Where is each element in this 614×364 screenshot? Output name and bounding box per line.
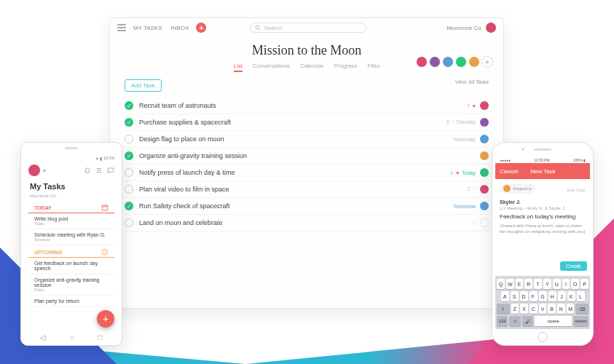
- check-icon[interactable]: [125, 101, 133, 110]
- check-icon[interactable]: [125, 151, 133, 160]
- assignee-pill[interactable]: Assigned to: [500, 183, 535, 194]
- due-date-field[interactable]: Due Date: [567, 188, 586, 192]
- home-button[interactable]: [538, 332, 548, 342]
- member-avatar[interactable]: [416, 56, 428, 68]
- back-icon[interactable]: ◁: [40, 333, 46, 341]
- nav-my-tasks[interactable]: MY TASKS: [133, 25, 162, 31]
- task-row[interactable]: Land on moon and celebrate♡: [125, 215, 489, 232]
- key[interactable]: F: [530, 291, 538, 301]
- key[interactable]: I: [562, 279, 570, 289]
- key[interactable]: R: [524, 279, 532, 289]
- key[interactable]: O: [571, 279, 579, 289]
- list-item[interactable]: Schedule meeting with Ryan G.Tomorrow: [28, 229, 114, 245]
- tab-files[interactable]: Files: [368, 63, 380, 72]
- emoji-key[interactable]: ☺: [509, 316, 520, 326]
- task-row[interactable]: Notify press of launch day & time6 ♥ Tod…: [125, 165, 489, 181]
- assignee-avatar[interactable]: [480, 118, 489, 127]
- keyboard[interactable]: QWERTYUIOP ASDFGHJKL ⇧ZXCVBNM⌫ 123 ☺ 🎤 s…: [495, 276, 590, 329]
- task-row[interactable]: Plan viral video to film in space2 ♡: [125, 181, 489, 198]
- key[interactable]: M: [567, 304, 575, 314]
- tab-conversations[interactable]: Conversations: [253, 63, 290, 72]
- nav-inbox[interactable]: INBOX: [171, 25, 189, 31]
- member-avatar[interactable]: [468, 56, 480, 68]
- task-note-input[interactable]: Chatted with Kiana at lunch, want to sha…: [500, 223, 586, 235]
- cancel-button[interactable]: Cancel: [500, 168, 518, 175]
- key[interactable]: B: [548, 304, 556, 314]
- check-icon[interactable]: [125, 135, 133, 143]
- key[interactable]: H: [548, 291, 556, 301]
- shift-key[interactable]: ⇧: [497, 304, 510, 314]
- backspace-key[interactable]: ⌫: [575, 304, 589, 314]
- add-member-button[interactable]: +: [481, 56, 493, 68]
- assignee-avatar[interactable]: [480, 101, 489, 110]
- key[interactable]: W: [506, 279, 514, 289]
- task-row[interactable]: Recruit team of astronauts7 ♥: [125, 98, 489, 114]
- recents-icon[interactable]: □: [98, 333, 103, 341]
- key[interactable]: K: [567, 291, 575, 301]
- add-task-button[interactable]: Add Task: [125, 79, 162, 92]
- menu-icon[interactable]: [117, 24, 126, 31]
- key[interactable]: T: [534, 279, 542, 289]
- assignee-avatar[interactable]: [480, 202, 489, 210]
- task-row[interactable]: Design flag to place on moonYesterday: [125, 131, 489, 148]
- view-selector[interactable]: View: All Tasks: [455, 79, 489, 92]
- key[interactable]: J: [558, 291, 566, 301]
- key[interactable]: Z: [511, 304, 519, 314]
- task-title-input[interactable]: Feedback on today's meeting: [500, 213, 586, 220]
- key[interactable]: X: [520, 304, 528, 314]
- return-key[interactable]: return: [573, 316, 589, 326]
- bell-icon[interactable]: [84, 167, 91, 174]
- list-item[interactable]: Plan party for return: [28, 296, 114, 307]
- create-button[interactable]: Create: [560, 261, 587, 271]
- key[interactable]: S: [511, 291, 519, 301]
- member-avatar[interactable]: [429, 56, 441, 68]
- avatar[interactable]: [28, 165, 40, 176]
- key[interactable]: D: [520, 291, 528, 301]
- check-icon[interactable]: [125, 168, 133, 177]
- check-icon[interactable]: [125, 118, 133, 127]
- check-icon[interactable]: [125, 202, 133, 210]
- task-row[interactable]: Run Safety check of spacecraftTomorrow: [125, 198, 489, 215]
- member-avatar[interactable]: [455, 56, 467, 68]
- assignee-avatar[interactable]: [480, 185, 489, 194]
- key[interactable]: G: [539, 291, 547, 301]
- assignee-avatar[interactable]: [480, 135, 489, 143]
- key[interactable]: V: [539, 304, 547, 314]
- key[interactable]: C: [530, 304, 538, 314]
- tab-progress[interactable]: Progress: [334, 63, 358, 72]
- assignee-avatar[interactable]: [480, 168, 489, 177]
- mic-key[interactable]: 🎤: [522, 316, 533, 326]
- assignee-avatar[interactable]: [480, 218, 489, 227]
- key[interactable]: P: [580, 279, 589, 289]
- home-icon[interactable]: ○: [70, 333, 74, 341]
- key[interactable]: U: [553, 279, 561, 289]
- tab-calendar[interactable]: Calendar: [300, 63, 323, 72]
- task-row[interactable]: Purchase supplies & spacecraft2 ♡ Tuesda…: [125, 114, 489, 131]
- key[interactable]: Y: [543, 279, 551, 289]
- list-item[interactable]: Get feedback on launch day speech: [28, 258, 114, 274]
- key[interactable]: A: [501, 291, 509, 301]
- list-icon[interactable]: [95, 167, 103, 174]
- fab-add[interactable]: +: [97, 310, 114, 328]
- search-input[interactable]: Search: [250, 23, 366, 33]
- key[interactable]: L: [577, 291, 585, 301]
- key[interactable]: E: [516, 279, 524, 289]
- task-meta: 2 ♡: [467, 186, 476, 192]
- project-tag[interactable]: 1:1 Meeting – Emily N. & Skyler J.: [500, 206, 586, 210]
- tab-list[interactable]: List: [234, 63, 243, 72]
- space-key[interactable]: space: [535, 316, 572, 326]
- add-button[interactable]: +: [196, 23, 206, 33]
- chat-icon[interactable]: [107, 167, 114, 174]
- check-icon[interactable]: [125, 218, 133, 227]
- key[interactable]: Q: [497, 279, 505, 289]
- check-icon[interactable]: [125, 185, 133, 194]
- task-meta: 7 ♥: [467, 103, 476, 108]
- workspace-switcher[interactable]: Moonrock Co.: [446, 23, 496, 33]
- task-row[interactable]: Organize anti-gravity training session: [125, 148, 489, 165]
- list-item[interactable]: Organize anti-gravity training sessionFr…: [28, 274, 114, 296]
- key[interactable]: N: [557, 304, 565, 314]
- list-item[interactable]: Write blog postToday: [28, 213, 114, 229]
- member-avatar[interactable]: [442, 56, 454, 68]
- assignee-avatar[interactable]: [480, 151, 489, 160]
- numbers-key[interactable]: 123: [497, 316, 508, 326]
